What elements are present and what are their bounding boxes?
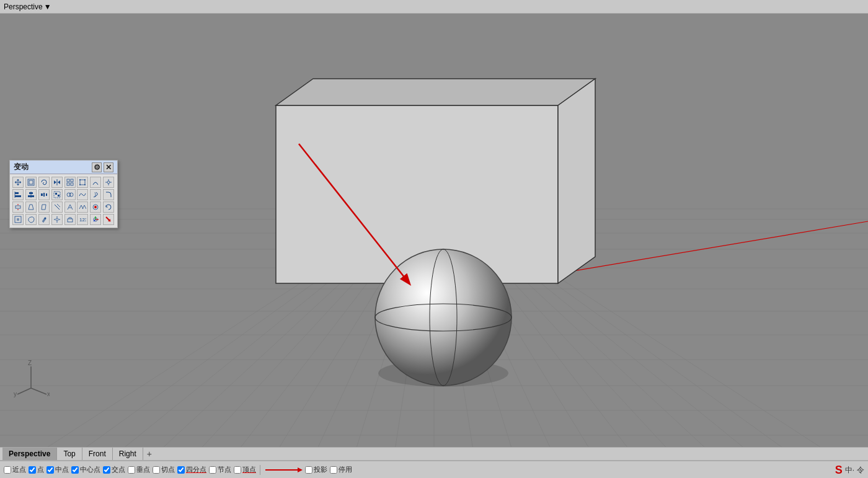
toolbar-tools-grid: 123 (10, 174, 117, 228)
coordinate-indicator: Z x y (12, 360, 50, 397)
snap-vertex: 顶点 (234, 465, 256, 474)
svg-rect-41 (28, 179, 34, 185)
snap-midpoint-checkbox[interactable] (46, 466, 54, 474)
snap-point-checkbox[interactable] (29, 466, 36, 474)
tool-cage[interactable] (77, 177, 88, 188)
tool-record[interactable] (90, 201, 101, 213)
tool-array[interactable] (64, 177, 76, 188)
tool-flow[interactable] (77, 189, 88, 200)
svg-point-91 (56, 218, 58, 221)
toolbar-close-button[interactable]: ✕ (104, 162, 113, 172)
snap-quad-checkbox[interactable] (177, 466, 185, 474)
tool-project[interactable] (51, 201, 63, 213)
app-logo: S 中· 令 (835, 464, 864, 477)
tool-sub-select[interactable] (12, 214, 24, 225)
snap-bar: 近点 点 中点 中心点 交点 垂点 切点 四分点 节点 顶点 (0, 461, 868, 478)
svg-point-55 (107, 181, 110, 184)
snap-near-checkbox[interactable] (4, 466, 11, 474)
snap-tangent-checkbox[interactable] (153, 466, 160, 474)
svg-line-80 (57, 204, 60, 207)
svg-rect-92 (68, 219, 73, 222)
snap-knot-checkbox[interactable] (209, 466, 216, 474)
tool-boolean[interactable] (64, 189, 76, 200)
snap-perpendicular-checkbox[interactable] (128, 466, 135, 474)
svg-point-52 (84, 179, 86, 180)
tab-add-button[interactable]: + (143, 448, 156, 460)
tab-front[interactable]: Front (82, 448, 113, 460)
tab-top[interactable]: Top (57, 448, 82, 460)
perspective-dropdown[interactable]: Perspective ▼ (4, 2, 51, 11)
snap-center: 中心点 (71, 465, 100, 474)
tool-taper[interactable] (25, 201, 37, 213)
svg-marker-45 (58, 180, 60, 184)
snap-disable-checkbox[interactable] (330, 466, 337, 474)
tool-stretch[interactable] (12, 201, 24, 213)
snap-intersection: 交点 (103, 465, 125, 474)
snap-tangent: 切点 (153, 465, 175, 474)
snap-midpoint: 中点 (46, 465, 69, 474)
snap-disable: 停用 (330, 465, 352, 474)
snap-vertex-checkbox[interactable] (234, 466, 241, 474)
tool-bend[interactable] (103, 189, 114, 200)
svg-marker-77 (29, 205, 33, 210)
tool-shear[interactable] (38, 201, 50, 213)
svg-line-37 (31, 388, 46, 394)
tool-twist[interactable] (90, 189, 101, 200)
svg-point-83 (94, 206, 97, 208)
tool-numeric[interactable]: 123 (77, 214, 88, 225)
sphere-object (375, 249, 512, 386)
tool-scale[interactable] (25, 177, 37, 188)
svg-rect-42 (29, 180, 33, 184)
tool-distribute[interactable] (38, 189, 50, 200)
tool-align-center[interactable] (25, 189, 37, 200)
svg-text:y: y (14, 391, 17, 397)
toolbar-settings-button[interactable]: ⚙ (92, 162, 102, 172)
tool-lasso[interactable] (25, 214, 37, 225)
svg-rect-74 (16, 206, 20, 208)
tool-align-left[interactable] (12, 189, 24, 200)
tab-perspective[interactable]: Perspective (2, 448, 57, 460)
transform-toolbar: 变动 ⚙ ✕ (9, 160, 118, 228)
svg-text:Z: Z (28, 360, 32, 366)
snap-center-checkbox[interactable] (71, 466, 79, 474)
svg-marker-44 (54, 180, 56, 184)
svg-point-51 (79, 179, 81, 180)
main-viewport[interactable]: Z x y (0, 14, 868, 447)
chevron-down-icon: ▼ (44, 2, 51, 11)
tool-transform-type[interactable] (64, 214, 76, 225)
svg-line-79 (55, 205, 60, 210)
tool-move[interactable] (12, 177, 24, 188)
tool-select-magic[interactable] (51, 214, 63, 225)
snap-knot: 节点 (209, 465, 231, 474)
toolbar-title-bar[interactable]: 变动 ⚙ ✕ (10, 161, 117, 174)
snap-near: 近点 (4, 465, 26, 474)
tool-mirror[interactable] (51, 177, 63, 188)
svg-rect-67 (43, 193, 45, 197)
snap-projection-checkbox[interactable] (305, 466, 312, 474)
snap-divider (260, 465, 260, 475)
tool-red-arrow[interactable] (103, 214, 114, 225)
svg-text:123: 123 (79, 217, 86, 223)
tool-rotate[interactable] (38, 177, 50, 188)
svg-point-86 (44, 218, 46, 219)
tool-pivot[interactable] (103, 177, 114, 188)
snap-intersection-checkbox[interactable] (103, 466, 110, 474)
svg-rect-47 (71, 179, 73, 182)
tool-history[interactable] (103, 201, 114, 213)
snap-red-arrow (265, 466, 303, 474)
tool-orient[interactable] (64, 201, 76, 213)
logo-text: 中· (845, 465, 854, 476)
tool-soft[interactable] (90, 177, 101, 188)
svg-rect-50 (80, 180, 85, 185)
perspective-label: Perspective (4, 2, 43, 11)
tool-copy-orient[interactable] (77, 201, 88, 213)
tool-gumball[interactable] (90, 214, 101, 225)
tool-paint[interactable] (38, 214, 50, 225)
tool-group[interactable] (51, 189, 63, 200)
svg-rect-70 (55, 193, 57, 195)
toolbar-title-label: 变动 (14, 162, 29, 172)
tab-right[interactable]: Right (113, 448, 143, 460)
svg-rect-66 (41, 193, 43, 196)
svg-point-73 (69, 193, 73, 197)
snap-quad: 四分点 (177, 465, 206, 474)
